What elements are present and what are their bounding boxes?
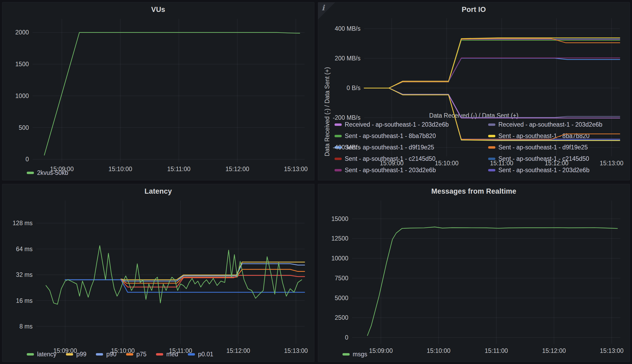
series-line bbox=[364, 38, 620, 88]
x-tick-label: 15:11:00 bbox=[167, 166, 190, 172]
series-line bbox=[364, 88, 620, 117]
port-io-plot[interactable]: 400 MB/s200 MB/s0 B/s-200 MB/s-400 MB/s1… bbox=[322, 15, 626, 168]
legend-label: Received - ap-southeast-1 - 203d2e6b bbox=[345, 121, 449, 128]
y-tick-label: -200 MB/s bbox=[333, 114, 360, 121]
panel-title-port-io[interactable]: Port IO bbox=[322, 4, 626, 15]
panel-vus: VUs 200015001000500015:09:0015:10:0015:1… bbox=[2, 2, 314, 180]
y-tick-label: 2500 bbox=[335, 314, 348, 321]
y-tick-label: 128 ms bbox=[13, 220, 33, 227]
y-tick-label: 0 bbox=[25, 156, 29, 163]
x-tick-label: 15:13:00 bbox=[284, 347, 308, 354]
y-tick-label: 15000 bbox=[331, 215, 348, 222]
y-tick-label: 5000 bbox=[335, 294, 348, 301]
y-tick-label: 32 ms bbox=[16, 271, 33, 278]
series-line bbox=[364, 88, 620, 118]
x-tick-label: 15:13:00 bbox=[284, 166, 308, 172]
panel-port-io: i Port IO 400 MB/s200 MB/s0 B/s-200 MB/s… bbox=[318, 2, 630, 180]
series-line bbox=[364, 88, 620, 139]
series-line bbox=[364, 38, 620, 88]
series-line bbox=[364, 88, 620, 139]
messages-chart-area[interactable]: 150001250010000750050002500015:09:0015:1… bbox=[322, 197, 626, 348]
y-tick-label: 1000 bbox=[15, 92, 29, 99]
x-tick-label: 15:10:00 bbox=[427, 347, 451, 354]
y-tick-label: -400 MB/s bbox=[333, 144, 360, 151]
y-tick-label: 200 MB/s bbox=[335, 55, 360, 62]
series-line bbox=[65, 264, 305, 281]
x-tick-label: 15:10:00 bbox=[435, 160, 459, 167]
vus-chart-area[interactable]: 200015001000500015:09:0015:10:0015:11:00… bbox=[6, 15, 310, 167]
x-tick-label: 15:09:00 bbox=[380, 160, 403, 167]
panel-messages: Messages from Realtime 15000125001000075… bbox=[318, 184, 630, 362]
y-tick-label: 64 ms bbox=[16, 245, 33, 252]
y-tick-label: 12500 bbox=[331, 235, 348, 242]
y-tick-label: 400 MB/s bbox=[335, 25, 360, 32]
y-tick-label: 0 bbox=[345, 334, 348, 341]
legend-swatch-icon bbox=[488, 169, 495, 171]
legend-label: Received - ap-southeast-1 - 203d2e6b bbox=[499, 121, 603, 128]
latency-chart-area[interactable]: 128 ms64 ms32 ms16 ms8 ms15:09:0015:10:0… bbox=[6, 197, 310, 348]
series-line bbox=[364, 88, 620, 140]
panel-latency: Latency 128 ms64 ms32 ms16 ms8 ms15:09:0… bbox=[2, 184, 314, 362]
series-line bbox=[364, 58, 620, 88]
x-tick-label: 15:12:00 bbox=[225, 166, 249, 172]
y-tick-label: 8 ms bbox=[19, 323, 33, 330]
dashboard-grid: VUs 200015001000500015:09:0015:10:0015:1… bbox=[0, 0, 632, 364]
x-tick-label: 15:10:00 bbox=[111, 347, 135, 354]
x-tick-label: 15:12:00 bbox=[226, 347, 250, 354]
x-tick-label: 15:11:00 bbox=[484, 347, 508, 354]
y-tick-label: 1500 bbox=[15, 61, 29, 68]
series-line bbox=[65, 279, 305, 292]
x-tick-label: 15:12:00 bbox=[545, 160, 568, 167]
y-tick-label: 0 B/s bbox=[346, 85, 360, 91]
panel-info-corner[interactable] bbox=[318, 2, 335, 19]
y-axis-label: Data Received (-) / Data Sent (+) bbox=[324, 67, 331, 156]
legend-swatch-icon bbox=[335, 169, 342, 171]
y-tick-label: 2000 bbox=[15, 29, 29, 36]
vus-plot[interactable]: 200015001000500015:09:0015:10:0015:11:00… bbox=[6, 15, 310, 174]
latency-plot[interactable]: 128 ms64 ms32 ms16 ms8 ms15:09:0015:10:0… bbox=[6, 197, 310, 356]
panel-title-latency[interactable]: Latency bbox=[6, 186, 310, 197]
x-tick-label: 15:10:00 bbox=[109, 166, 132, 172]
legend-swatch-icon bbox=[488, 123, 495, 126]
x-tick-label: 15:13:00 bbox=[600, 160, 624, 167]
series-line bbox=[44, 33, 300, 155]
x-tick-label: 15:11:00 bbox=[169, 347, 192, 354]
y-tick-label: 10000 bbox=[331, 255, 348, 262]
panel-title-messages[interactable]: Messages from Realtime bbox=[322, 186, 626, 197]
x-tick-label: 15:09:00 bbox=[369, 347, 393, 354]
messages-plot[interactable]: 150001250010000750050002500015:09:0015:1… bbox=[322, 197, 626, 356]
panel-title-vus[interactable]: VUs bbox=[6, 4, 310, 15]
y-tick-label: 500 bbox=[19, 124, 29, 131]
series-line bbox=[367, 227, 617, 335]
series-line bbox=[364, 39, 620, 88]
x-tick-label: 15:09:00 bbox=[50, 166, 74, 172]
series-line bbox=[364, 88, 620, 140]
y-tick-label: 16 ms bbox=[16, 297, 33, 304]
series-line bbox=[364, 58, 620, 88]
x-tick-label: 15:09:00 bbox=[53, 347, 77, 354]
x-tick-label: 15:13:00 bbox=[600, 347, 624, 354]
y-tick-label: 7500 bbox=[335, 274, 348, 281]
x-tick-label: 15:11:00 bbox=[490, 160, 513, 167]
series-line bbox=[364, 39, 620, 88]
port-io-chart-area[interactable]: 400 MB/s200 MB/s0 B/s-200 MB/s-400 MB/s1… bbox=[322, 15, 626, 112]
legend-swatch-icon bbox=[335, 123, 342, 126]
x-tick-label: 15:12:00 bbox=[542, 347, 566, 354]
